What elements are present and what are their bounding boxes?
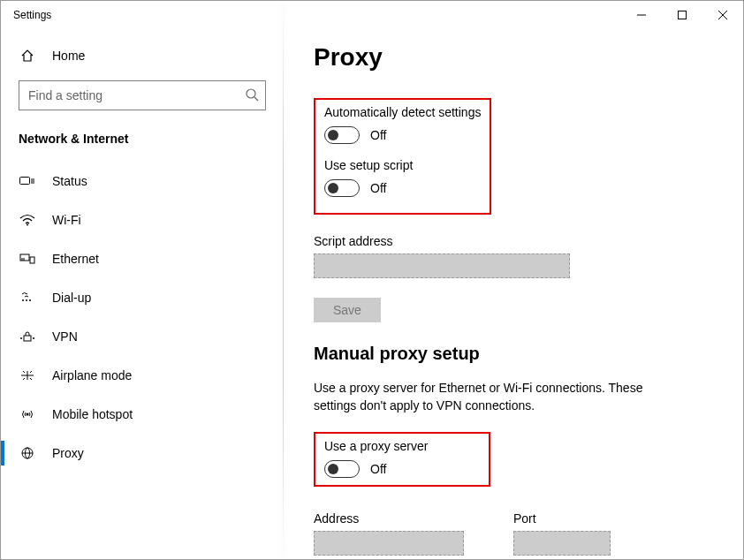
svg-point-17	[33, 337, 34, 339]
use-proxy-state: Off	[370, 462, 386, 476]
svg-point-7	[27, 224, 28, 226]
hotspot-icon	[19, 408, 36, 420]
address-input	[314, 531, 464, 556]
nav-label: Proxy	[52, 446, 84, 460]
save-button: Save	[314, 298, 381, 322]
sidebar-item-wifi[interactable]: Wi-Fi	[1, 201, 284, 239]
page-title: Proxy	[314, 43, 713, 72]
sidebar-item-airplane[interactable]: Airplane mode	[1, 356, 284, 395]
search-icon	[245, 87, 259, 102]
svg-point-18	[27, 413, 29, 416]
auto-detect-label: Automatically detect settings	[324, 105, 481, 119]
script-address-label: Script address	[314, 234, 713, 248]
titlebar: Settings	[1, 1, 743, 29]
highlight-auto-proxy: Automatically detect settings Off Use se…	[314, 98, 491, 215]
use-script-label: Use setup script	[324, 158, 481, 172]
search-input[interactable]	[19, 80, 266, 110]
sidebar-item-dialup[interactable]: Dial-up	[1, 278, 284, 317]
sidebar-item-hotspot[interactable]: Mobile hotspot	[1, 395, 284, 434]
manual-desc: Use a proxy server for Ethernet or Wi-Fi…	[314, 380, 685, 414]
sidebar-item-status[interactable]: Status	[1, 162, 284, 201]
auto-detect-state: Off	[370, 128, 386, 142]
wifi-icon	[19, 214, 36, 226]
close-button[interactable]	[702, 1, 743, 29]
svg-point-12	[22, 299, 24, 301]
svg-point-14	[29, 299, 31, 301]
port-input	[513, 531, 611, 556]
home-label: Home	[52, 49, 85, 63]
use-script-toggle[interactable]	[324, 179, 360, 197]
sidebar-item-vpn[interactable]: VPN	[1, 317, 284, 356]
svg-line-5	[254, 97, 258, 101]
use-proxy-toggle[interactable]	[324, 460, 360, 478]
nav-label: Wi-Fi	[52, 213, 81, 227]
airplane-icon	[19, 369, 36, 382]
svg-point-13	[26, 299, 27, 301]
address-label: Address	[314, 511, 464, 526]
home-nav[interactable]: Home	[1, 40, 284, 72]
dialup-icon	[19, 291, 36, 304]
nav-label: Airplane mode	[52, 368, 132, 382]
port-label: Port	[513, 511, 611, 526]
svg-point-16	[20, 337, 22, 339]
status-icon	[19, 175, 36, 187]
vpn-icon	[19, 330, 36, 343]
nav-label: VPN	[52, 329, 78, 344]
minimize-button[interactable]	[621, 1, 662, 29]
maximize-button[interactable]	[662, 1, 702, 29]
search-wrap	[19, 80, 266, 110]
use-proxy-label: Use a proxy server	[324, 439, 480, 453]
main-panel: Proxy Automatically detect settings Off …	[284, 29, 743, 559]
svg-rect-6	[20, 178, 30, 185]
sidebar-item-proxy[interactable]: Proxy	[1, 434, 284, 473]
use-script-state: Off	[370, 181, 386, 195]
svg-rect-1	[679, 11, 687, 19]
svg-rect-9	[30, 257, 34, 263]
nav-label: Mobile hotspot	[52, 407, 133, 421]
script-address-input	[314, 254, 570, 278]
highlight-manual-proxy: Use a proxy server Off	[314, 432, 490, 487]
section-title: Network & Internet	[1, 126, 284, 162]
proxy-icon	[19, 447, 36, 459]
svg-rect-15	[24, 336, 31, 341]
nav-label: Ethernet	[52, 252, 99, 266]
ethernet-icon	[19, 253, 36, 265]
auto-detect-toggle[interactable]	[324, 126, 360, 144]
nav-label: Dial-up	[52, 291, 91, 305]
sidebar: Home Network & Internet Status Wi-Fi	[1, 29, 284, 559]
sidebar-item-ethernet[interactable]: Ethernet	[1, 239, 284, 278]
nav-label: Status	[52, 174, 87, 188]
window-title: Settings	[13, 9, 51, 21]
svg-point-4	[247, 89, 255, 98]
manual-heading: Manual proxy setup	[314, 344, 713, 364]
home-icon	[19, 49, 36, 63]
